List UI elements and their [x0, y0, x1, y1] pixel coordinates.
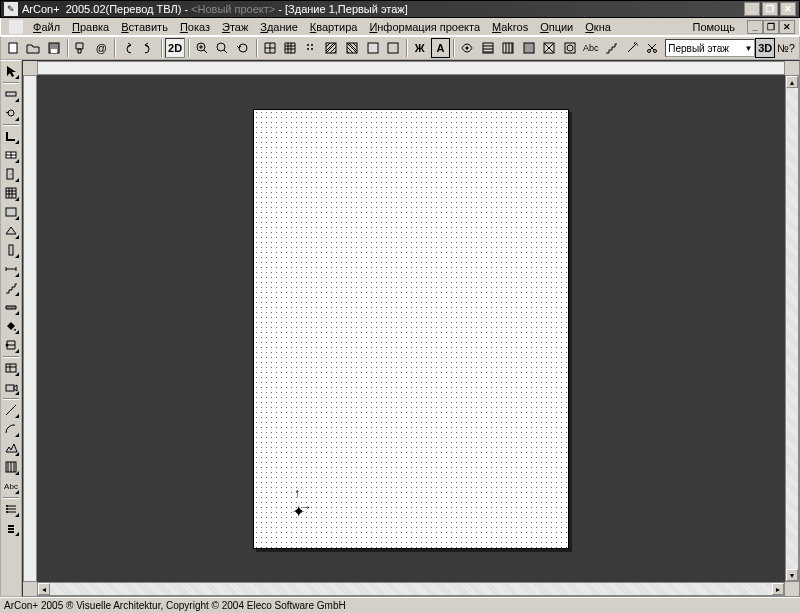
search-button[interactable] — [212, 38, 232, 58]
svg-point-25 — [11, 174, 12, 175]
door-button[interactable] — [2, 165, 20, 183]
viewport[interactable]: ↑ ✦ → — [37, 75, 785, 582]
hatch-vert-button[interactable] — [2, 458, 20, 476]
grid4-button[interactable] — [322, 38, 342, 58]
menu-окна[interactable]: Окна — [579, 20, 617, 34]
grid6-button[interactable] — [363, 38, 383, 58]
undo-button[interactable] — [118, 38, 138, 58]
roof-button[interactable] — [2, 222, 20, 240]
scroll-v-track[interactable] — [786, 88, 798, 569]
hatch5-button[interactable] — [560, 38, 580, 58]
grid5-button[interactable] — [342, 38, 362, 58]
wall-button[interactable] — [2, 85, 20, 103]
scroll-right-button[interactable]: ▸ — [772, 583, 784, 595]
maximize-button[interactable]: ❐ — [762, 2, 778, 16]
drawing-page[interactable]: ↑ ✦ → — [253, 109, 569, 549]
menu-вставить[interactable]: Вставить — [115, 20, 174, 34]
svg-point-19 — [567, 45, 573, 51]
refresh-button[interactable] — [233, 38, 253, 58]
select-arrow-button[interactable] — [2, 62, 20, 80]
minimize-button[interactable]: _ — [744, 2, 760, 16]
grid3-button[interactable] — [301, 38, 321, 58]
help-context-button[interactable]: №? — [776, 38, 796, 58]
hatch4-button[interactable] — [540, 38, 560, 58]
scissors-button[interactable] — [643, 38, 663, 58]
mdi-doc-icon[interactable] — [9, 20, 23, 34]
grid-panel-button[interactable] — [2, 184, 20, 202]
zoom-extents-button[interactable] — [192, 38, 212, 58]
separator — [406, 39, 408, 57]
arc-tool-button[interactable] — [2, 420, 20, 438]
mdi-close[interactable]: ✕ — [779, 20, 795, 34]
text-abc-button[interactable]: Abc — [2, 477, 20, 495]
scroll-down-button[interactable]: ▾ — [786, 569, 798, 581]
save-button[interactable] — [44, 38, 64, 58]
menu-help[interactable]: Помощь — [687, 20, 742, 34]
svg-point-7 — [307, 48, 309, 50]
copy-format-button[interactable] — [71, 38, 91, 58]
line-tool-button[interactable] — [2, 401, 20, 419]
fill-button[interactable] — [2, 317, 20, 335]
menubar: ФайлПравкаВставитьПоказЭтажЗданиеКвартир… — [0, 18, 800, 36]
grid7-button[interactable] — [383, 38, 403, 58]
dimension-button[interactable] — [2, 260, 20, 278]
svg-point-33 — [6, 505, 8, 507]
menu-файл[interactable]: Файл — [27, 20, 66, 34]
close-button[interactable]: ✕ — [780, 2, 796, 16]
stair-button[interactable] — [2, 279, 20, 297]
multi-tool-button[interactable] — [2, 500, 20, 518]
slab-edge-button[interactable] — [2, 203, 20, 221]
grid1-button[interactable] — [260, 38, 280, 58]
hatch1-button[interactable] — [478, 38, 498, 58]
mdi-minimize[interactable]: _ — [747, 20, 763, 34]
corner-button[interactable] — [2, 127, 20, 145]
wand-button[interactable] — [622, 38, 642, 58]
rotate-button[interactable] — [2, 104, 20, 122]
scrollbar-horizontal[interactable]: ◂ ▸ — [37, 582, 785, 596]
more-button[interactable] — [2, 519, 20, 537]
window-button[interactable] — [2, 146, 20, 164]
beam-button[interactable] — [2, 298, 20, 316]
new-file-button[interactable] — [3, 38, 23, 58]
perspective-button[interactable] — [457, 38, 477, 58]
scroll-h-track[interactable] — [50, 583, 772, 595]
grid2-button[interactable] — [280, 38, 300, 58]
column-button[interactable] — [2, 241, 20, 259]
text-a-button[interactable]: A — [431, 38, 451, 58]
menu-опции[interactable]: Опции — [534, 20, 579, 34]
scroll-up-button[interactable]: ▴ — [786, 76, 798, 88]
menu-правка[interactable]: Правка — [66, 20, 115, 34]
ruler-vertical[interactable] — [23, 75, 37, 582]
redo-button[interactable] — [139, 38, 159, 58]
table-button[interactable] — [2, 359, 20, 377]
scrollbar-vertical[interactable]: ▴ ▾ — [785, 75, 799, 582]
at-button[interactable]: @ — [91, 38, 111, 58]
separator — [161, 39, 163, 57]
mdi-maximize[interactable]: ❐ — [763, 20, 779, 34]
pattern2-icon — [501, 41, 515, 55]
hatch3-button[interactable] — [519, 38, 539, 58]
menu-здание[interactable]: Здание — [254, 20, 304, 34]
btn-3d-button[interactable]: 3D — [755, 38, 775, 58]
open-file-button[interactable] — [24, 38, 44, 58]
hatch2-button[interactable] — [498, 38, 518, 58]
pattern4-icon — [542, 41, 556, 55]
menu-makros[interactable]: Makros — [486, 20, 534, 34]
menu-этаж[interactable]: Этаж — [216, 20, 254, 34]
terrain-button[interactable] — [2, 439, 20, 457]
abc-button[interactable]: Abc — [581, 38, 601, 58]
menu-показ[interactable]: Показ — [174, 20, 216, 34]
mode-2d-button[interactable]: 2D — [165, 38, 185, 58]
flyout-indicator-icon — [15, 98, 19, 102]
menu-информация проекта[interactable]: Информация проекта — [363, 20, 486, 34]
svg-point-35 — [6, 511, 8, 513]
camera-button[interactable] — [2, 378, 20, 396]
menu-квартира[interactable]: Квартира — [304, 20, 364, 34]
scroll-left-button[interactable]: ◂ — [38, 583, 50, 595]
stair-top-button[interactable] — [601, 38, 621, 58]
floor-selector[interactable]: Первый этаж▼ — [665, 39, 755, 57]
separator — [3, 398, 19, 400]
ruler-horizontal[interactable] — [37, 61, 785, 75]
section-button[interactable] — [2, 336, 20, 354]
bold-button[interactable]: Ж — [410, 38, 430, 58]
